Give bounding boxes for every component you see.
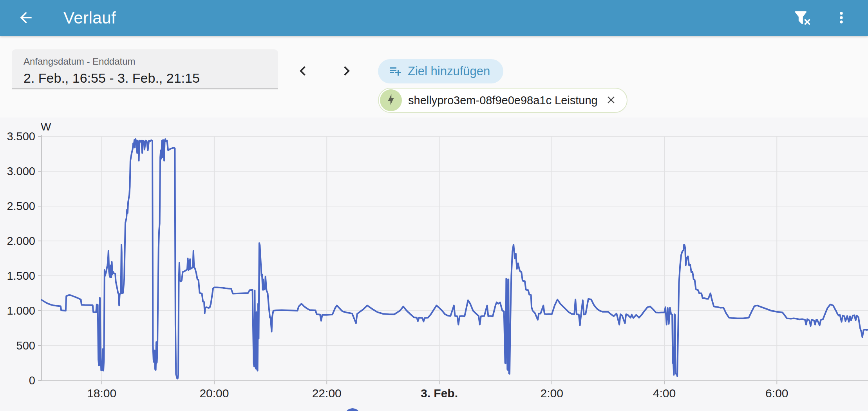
y-axis-label: 1.000 xyxy=(7,304,35,317)
x-axis-label: 6:00 xyxy=(765,387,788,400)
power-history-chart[interactable]: 05001.0001.5002.0002.5003.0003.50018:002… xyxy=(0,118,868,411)
add-target-button[interactable]: Ziel hinzufügen xyxy=(378,59,503,83)
y-axis-label: 2.000 xyxy=(7,235,35,247)
chevron-left-icon xyxy=(293,62,312,81)
arrow-left-icon xyxy=(17,9,34,27)
y-axis-label: 3.000 xyxy=(7,165,35,177)
y-axis-label: 0 xyxy=(29,374,35,387)
x-axis-label: 20:00 xyxy=(199,387,229,400)
history-screen: Verlauf Anfangsdatum - Enddatum 2. Feb.,… xyxy=(0,0,868,411)
y-axis-label: 1.500 xyxy=(7,270,35,282)
x-axis-label: 2:00 xyxy=(541,387,563,400)
dots-vertical-icon xyxy=(833,9,850,27)
date-range-label: Anfangsdatum - Enddatum xyxy=(24,56,278,67)
entity-chip[interactable]: shellypro3em-08f9e0e98a1c Leistung xyxy=(378,88,627,113)
x-axis-label: 22:00 xyxy=(312,387,342,400)
y-axis-label: 2.500 xyxy=(7,200,35,212)
chart-unit-label: W xyxy=(41,121,51,133)
x-axis-label: 18:00 xyxy=(87,387,116,400)
next-period-button[interactable] xyxy=(333,57,361,85)
app-bar: Verlauf xyxy=(0,0,868,36)
add-target-label: Ziel hinzufügen xyxy=(408,64,490,78)
lightning-bolt-icon xyxy=(385,94,397,107)
page-title: Verlauf xyxy=(63,9,788,27)
filter-remove-button[interactable] xyxy=(788,4,816,32)
close-icon xyxy=(605,94,617,107)
previous-period-button[interactable] xyxy=(289,57,317,85)
y-axis-label: 500 xyxy=(16,339,35,352)
chart-line-series xyxy=(42,139,868,378)
overflow-menu-button[interactable] xyxy=(827,4,855,32)
date-range-field[interactable]: Anfangsdatum - Enddatum 2. Feb., 16:55 -… xyxy=(12,49,278,89)
date-range-value: 2. Feb., 16:55 - 3. Feb., 21:15 xyxy=(24,71,278,86)
playlist-plus-icon xyxy=(388,64,402,79)
x-axis-label: 3. Feb. xyxy=(421,387,458,400)
chart-svg[interactable]: 05001.0001.5002.0002.5003.0003.50018:002… xyxy=(0,118,868,411)
entity-avatar xyxy=(380,89,402,111)
entity-chip-label: shellypro3em-08f9e0e98a1c Leistung xyxy=(408,94,598,107)
entity-chip-close-button[interactable] xyxy=(602,92,620,109)
filter-remove-icon xyxy=(794,9,811,27)
back-button[interactable] xyxy=(12,4,40,32)
chevron-right-icon xyxy=(337,62,356,81)
y-axis-label: 3.500 xyxy=(7,130,35,143)
x-axis-label: 4:00 xyxy=(653,387,676,400)
